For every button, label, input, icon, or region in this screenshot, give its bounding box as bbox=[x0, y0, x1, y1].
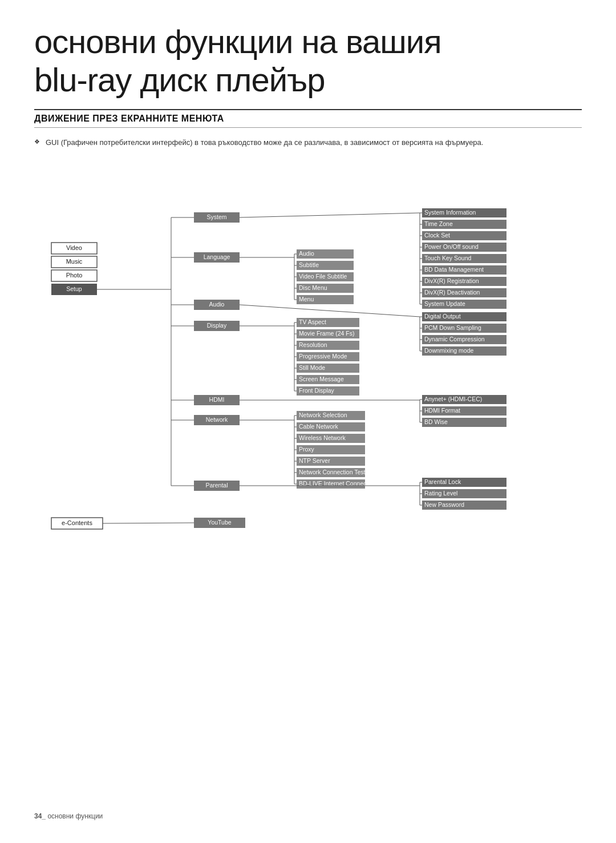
section-header: ДВИЖЕНИЕ ПРЕЗ ЕКРАННИТЕ МЕНЮТА bbox=[34, 109, 582, 128]
econtent-label: e-Contents bbox=[62, 519, 92, 526]
youtube-label: YouTube bbox=[208, 519, 231, 526]
system-info-label: System Information bbox=[424, 209, 476, 216]
footer-text: основни функции bbox=[47, 812, 103, 820]
svg-line-17 bbox=[240, 213, 420, 217]
digital-out-label: Digital Output bbox=[424, 313, 461, 320]
menu-diagram: Video Music Photo Setup System Language … bbox=[34, 158, 582, 548]
language-label: Language bbox=[204, 253, 230, 260]
photo-label: Photo bbox=[66, 272, 83, 279]
downmix-label: Downmixing mode bbox=[424, 347, 474, 354]
touch-key-label: Touch Key Sound bbox=[424, 255, 471, 261]
hdmi-label: HDMI bbox=[209, 396, 225, 403]
divx-reg-label: DivX(R) Registration bbox=[424, 277, 479, 284]
net-select-label: Network Selection bbox=[299, 412, 347, 418]
timezone-label: Time Zone bbox=[424, 220, 453, 227]
power-sound-label: Power On/Off sound bbox=[424, 243, 479, 250]
svg-line-59 bbox=[103, 523, 194, 523]
bd-data-label: BD Data Management bbox=[424, 266, 484, 273]
svg-line-30 bbox=[240, 305, 420, 317]
dynamic-comp-label: Dynamic Compression bbox=[424, 336, 485, 342]
disc-menu-label: Disc Menu bbox=[299, 284, 327, 291]
screen-msg-label: Screen Message bbox=[299, 376, 344, 382]
movie-frame-label: Movie Frame (24 Fs) bbox=[299, 330, 354, 337]
page-title: основни функции на вашия blu-ray диск пл… bbox=[34, 23, 582, 99]
display-label: Display bbox=[207, 322, 227, 329]
network-label: Network bbox=[206, 416, 228, 423]
wireless-net-label: Wireless Network bbox=[299, 434, 346, 441]
resolution-label: Resolution bbox=[299, 341, 327, 348]
parental-label: Parental bbox=[205, 482, 228, 489]
subtitle-label: Subtitle bbox=[299, 261, 319, 268]
system-label: System bbox=[206, 213, 226, 220]
cable-net-label: Cable Network bbox=[299, 423, 339, 430]
front-display-label: Front Display bbox=[299, 387, 335, 394]
anynet-label: Anynet+ (HDMI-CEC) bbox=[424, 396, 482, 402]
pcm-label: PCM Down Sampling bbox=[424, 324, 481, 331]
diagram-svg: Video Music Photo Setup System Language … bbox=[34, 158, 582, 546]
ntp-label: NTP Server bbox=[299, 457, 330, 464]
audio-sub-label: Audio bbox=[299, 250, 314, 257]
net-conn-test-label: Network Connection Test bbox=[299, 469, 366, 475]
proxy-label: Proxy bbox=[299, 446, 315, 453]
setup-label: Setup bbox=[66, 285, 82, 292]
note-text: GUI (Графичен потребителски интерфейс) в… bbox=[34, 138, 582, 147]
clock-set-label: Clock Set bbox=[424, 232, 450, 239]
divx-deact-label: DivX(R) Deactivation bbox=[424, 289, 480, 296]
new-pwd-label: New Password bbox=[424, 501, 464, 508]
vf-subtitle-label: Video File Subtitle bbox=[299, 273, 347, 280]
tv-aspect-label: TV Aspect bbox=[299, 318, 326, 325]
audio-main-label: Audio bbox=[209, 301, 225, 308]
rating-label: Rating Level bbox=[424, 490, 457, 497]
footer: 34_ основни функции bbox=[34, 812, 103, 820]
footer-page: 34_ bbox=[34, 812, 46, 820]
bd-wise-label: BD Wise bbox=[424, 418, 448, 425]
menu-label: Menu bbox=[299, 296, 314, 302]
video-label: Video bbox=[66, 244, 82, 251]
music-label: Music bbox=[66, 258, 83, 265]
sys-update-label: System Update bbox=[424, 300, 465, 307]
section-title: ДВИЖЕНИЕ ПРЕЗ ЕКРАННИТЕ МЕНЮТА bbox=[34, 114, 582, 124]
progressive-label: Progressive Mode bbox=[299, 353, 347, 360]
hdmi-format-label: HDMI Format bbox=[424, 407, 460, 414]
still-mode-label: Still Mode bbox=[299, 364, 325, 371]
parental-lock-label: Parental Lock bbox=[424, 478, 461, 485]
